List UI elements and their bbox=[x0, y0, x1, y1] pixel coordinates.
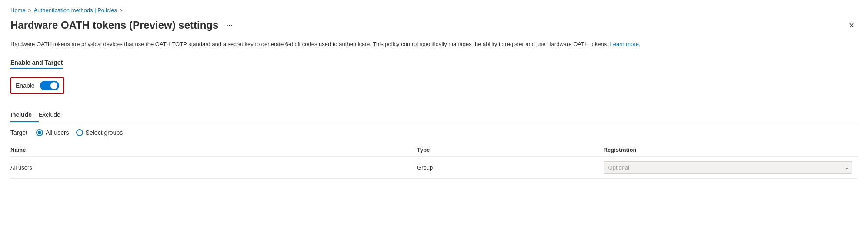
cell-type: Group bbox=[417, 156, 604, 178]
breadcrumb: Home > Authentication methods | Policies… bbox=[10, 7, 858, 13]
cell-registration: Optional Required Disabled ⌄ bbox=[604, 156, 858, 178]
data-table: Name Type Registration All users Group O… bbox=[10, 143, 858, 179]
breadcrumb-separator-1: > bbox=[28, 7, 31, 13]
radio-all-users-label: All users bbox=[46, 129, 69, 136]
radio-all-users[interactable]: All users bbox=[36, 129, 69, 136]
tab-include[interactable]: Include bbox=[10, 108, 39, 122]
radio-select-groups[interactable]: Select groups bbox=[76, 129, 123, 136]
col-header-name: Name bbox=[10, 143, 417, 157]
radio-group: All users Select groups bbox=[36, 129, 123, 136]
page-title: Hardware OATH tokens (Preview) settings bbox=[10, 19, 218, 31]
breadcrumb-home[interactable]: Home bbox=[10, 7, 26, 13]
radio-select-groups-label: Select groups bbox=[86, 129, 123, 136]
enable-label: Enable bbox=[16, 82, 35, 89]
table-header-row: Name Type Registration bbox=[10, 143, 858, 157]
table-row: All users Group Optional Required Disabl… bbox=[10, 156, 858, 178]
col-header-type: Type bbox=[417, 143, 604, 157]
enable-row: Enable bbox=[10, 77, 64, 94]
toggle-thumb bbox=[50, 82, 57, 89]
target-label: Target bbox=[10, 129, 27, 136]
tabs-container: Include Exclude bbox=[10, 108, 858, 122]
section-heading: Enable and Target bbox=[10, 59, 63, 69]
target-row: Target All users Select groups bbox=[10, 129, 858, 136]
registration-select-wrapper[interactable]: Optional Required Disabled ⌄ bbox=[604, 161, 852, 174]
breadcrumb-separator-2: > bbox=[120, 7, 123, 13]
page-header-area: Hardware OATH tokens (Preview) settings … bbox=[10, 19, 236, 31]
tab-exclude[interactable]: Exclude bbox=[39, 108, 67, 122]
registration-select[interactable]: Optional Required Disabled bbox=[604, 161, 852, 174]
learn-more-link[interactable]: Learn more. bbox=[610, 41, 640, 47]
enable-toggle[interactable] bbox=[40, 81, 59, 90]
description-text: Hardware OATH tokens are physical device… bbox=[10, 40, 837, 49]
cell-name: All users bbox=[10, 156, 417, 178]
close-button[interactable]: × bbox=[845, 19, 858, 31]
more-options-button[interactable]: ··· bbox=[223, 19, 236, 31]
col-header-registration: Registration bbox=[604, 143, 858, 157]
breadcrumb-auth-methods[interactable]: Authentication methods | Policies bbox=[34, 7, 117, 13]
